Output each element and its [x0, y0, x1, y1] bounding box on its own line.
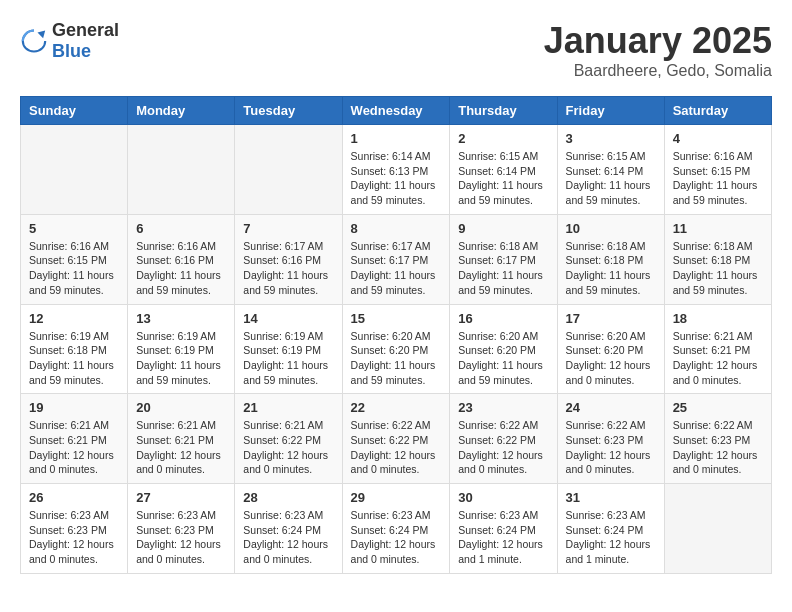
day-number: 8 [351, 221, 442, 236]
day-number: 3 [566, 131, 656, 146]
day-info: Sunrise: 6:23 AMSunset: 6:24 PMDaylight:… [243, 508, 333, 567]
calendar-cell: 31Sunrise: 6:23 AMSunset: 6:24 PMDayligh… [557, 484, 664, 574]
day-number: 13 [136, 311, 226, 326]
calendar-cell: 15Sunrise: 6:20 AMSunset: 6:20 PMDayligh… [342, 304, 450, 394]
calendar-cell: 12Sunrise: 6:19 AMSunset: 6:18 PMDayligh… [21, 304, 128, 394]
calendar-cell: 22Sunrise: 6:22 AMSunset: 6:22 PMDayligh… [342, 394, 450, 484]
calendar-cell: 26Sunrise: 6:23 AMSunset: 6:23 PMDayligh… [21, 484, 128, 574]
logo-blue: Blue [52, 41, 91, 61]
logo: General Blue [20, 20, 119, 62]
day-info: Sunrise: 6:23 AMSunset: 6:24 PMDaylight:… [458, 508, 548, 567]
day-info: Sunrise: 6:16 AMSunset: 6:15 PMDaylight:… [673, 149, 763, 208]
title-area: January 2025 Baardheere, Gedo, Somalia [544, 20, 772, 80]
day-number: 24 [566, 400, 656, 415]
day-info: Sunrise: 6:19 AMSunset: 6:19 PMDaylight:… [136, 329, 226, 388]
calendar-cell: 2Sunrise: 6:15 AMSunset: 6:14 PMDaylight… [450, 125, 557, 215]
week-row-2: 5Sunrise: 6:16 AMSunset: 6:15 PMDaylight… [21, 214, 772, 304]
day-info: Sunrise: 6:23 AMSunset: 6:23 PMDaylight:… [136, 508, 226, 567]
calendar-cell: 25Sunrise: 6:22 AMSunset: 6:23 PMDayligh… [664, 394, 771, 484]
calendar-cell: 24Sunrise: 6:22 AMSunset: 6:23 PMDayligh… [557, 394, 664, 484]
week-row-4: 19Sunrise: 6:21 AMSunset: 6:21 PMDayligh… [21, 394, 772, 484]
day-info: Sunrise: 6:22 AMSunset: 6:22 PMDaylight:… [458, 418, 548, 477]
day-number: 14 [243, 311, 333, 326]
day-header-friday: Friday [557, 97, 664, 125]
calendar-cell: 8Sunrise: 6:17 AMSunset: 6:17 PMDaylight… [342, 214, 450, 304]
week-row-5: 26Sunrise: 6:23 AMSunset: 6:23 PMDayligh… [21, 484, 772, 574]
day-info: Sunrise: 6:15 AMSunset: 6:14 PMDaylight:… [458, 149, 548, 208]
day-number: 15 [351, 311, 442, 326]
calendar-cell: 14Sunrise: 6:19 AMSunset: 6:19 PMDayligh… [235, 304, 342, 394]
day-info: Sunrise: 6:15 AMSunset: 6:14 PMDaylight:… [566, 149, 656, 208]
logo-general: General [52, 20, 119, 40]
calendar-cell: 18Sunrise: 6:21 AMSunset: 6:21 PMDayligh… [664, 304, 771, 394]
calendar-header-row: SundayMondayTuesdayWednesdayThursdayFrid… [21, 97, 772, 125]
calendar-cell [21, 125, 128, 215]
calendar-cell: 17Sunrise: 6:20 AMSunset: 6:20 PMDayligh… [557, 304, 664, 394]
day-info: Sunrise: 6:17 AMSunset: 6:17 PMDaylight:… [351, 239, 442, 298]
day-info: Sunrise: 6:23 AMSunset: 6:24 PMDaylight:… [351, 508, 442, 567]
day-info: Sunrise: 6:22 AMSunset: 6:22 PMDaylight:… [351, 418, 442, 477]
calendar-cell: 6Sunrise: 6:16 AMSunset: 6:16 PMDaylight… [128, 214, 235, 304]
week-row-3: 12Sunrise: 6:19 AMSunset: 6:18 PMDayligh… [21, 304, 772, 394]
calendar-cell: 13Sunrise: 6:19 AMSunset: 6:19 PMDayligh… [128, 304, 235, 394]
page-header: General Blue January 2025 Baardheere, Ge… [20, 20, 772, 80]
day-info: Sunrise: 6:20 AMSunset: 6:20 PMDaylight:… [458, 329, 548, 388]
week-row-1: 1Sunrise: 6:14 AMSunset: 6:13 PMDaylight… [21, 125, 772, 215]
day-number: 12 [29, 311, 119, 326]
day-number: 7 [243, 221, 333, 236]
day-info: Sunrise: 6:16 AMSunset: 6:16 PMDaylight:… [136, 239, 226, 298]
day-info: Sunrise: 6:19 AMSunset: 6:19 PMDaylight:… [243, 329, 333, 388]
month-title: January 2025 [544, 20, 772, 62]
day-header-monday: Monday [128, 97, 235, 125]
day-number: 19 [29, 400, 119, 415]
calendar-cell [235, 125, 342, 215]
day-number: 25 [673, 400, 763, 415]
day-number: 23 [458, 400, 548, 415]
day-number: 9 [458, 221, 548, 236]
calendar-cell: 23Sunrise: 6:22 AMSunset: 6:22 PMDayligh… [450, 394, 557, 484]
calendar-table: SundayMondayTuesdayWednesdayThursdayFrid… [20, 96, 772, 574]
day-number: 31 [566, 490, 656, 505]
calendar-cell: 4Sunrise: 6:16 AMSunset: 6:15 PMDaylight… [664, 125, 771, 215]
day-number: 11 [673, 221, 763, 236]
calendar-cell: 16Sunrise: 6:20 AMSunset: 6:20 PMDayligh… [450, 304, 557, 394]
day-number: 20 [136, 400, 226, 415]
calendar-cell [128, 125, 235, 215]
day-number: 16 [458, 311, 548, 326]
day-info: Sunrise: 6:22 AMSunset: 6:23 PMDaylight:… [566, 418, 656, 477]
day-info: Sunrise: 6:20 AMSunset: 6:20 PMDaylight:… [351, 329, 442, 388]
calendar-cell: 28Sunrise: 6:23 AMSunset: 6:24 PMDayligh… [235, 484, 342, 574]
day-info: Sunrise: 6:17 AMSunset: 6:16 PMDaylight:… [243, 239, 333, 298]
day-number: 17 [566, 311, 656, 326]
calendar-cell: 27Sunrise: 6:23 AMSunset: 6:23 PMDayligh… [128, 484, 235, 574]
day-info: Sunrise: 6:18 AMSunset: 6:18 PMDaylight:… [566, 239, 656, 298]
calendar-cell: 20Sunrise: 6:21 AMSunset: 6:21 PMDayligh… [128, 394, 235, 484]
day-number: 22 [351, 400, 442, 415]
day-header-saturday: Saturday [664, 97, 771, 125]
day-number: 10 [566, 221, 656, 236]
day-header-tuesday: Tuesday [235, 97, 342, 125]
calendar-cell: 1Sunrise: 6:14 AMSunset: 6:13 PMDaylight… [342, 125, 450, 215]
calendar-cell: 10Sunrise: 6:18 AMSunset: 6:18 PMDayligh… [557, 214, 664, 304]
day-number: 2 [458, 131, 548, 146]
calendar-cell: 11Sunrise: 6:18 AMSunset: 6:18 PMDayligh… [664, 214, 771, 304]
calendar-cell: 30Sunrise: 6:23 AMSunset: 6:24 PMDayligh… [450, 484, 557, 574]
day-info: Sunrise: 6:19 AMSunset: 6:18 PMDaylight:… [29, 329, 119, 388]
calendar-cell: 9Sunrise: 6:18 AMSunset: 6:17 PMDaylight… [450, 214, 557, 304]
location-title: Baardheere, Gedo, Somalia [544, 62, 772, 80]
day-info: Sunrise: 6:21 AMSunset: 6:21 PMDaylight:… [673, 329, 763, 388]
day-number: 27 [136, 490, 226, 505]
calendar-cell [664, 484, 771, 574]
day-info: Sunrise: 6:23 AMSunset: 6:24 PMDaylight:… [566, 508, 656, 567]
day-number: 5 [29, 221, 119, 236]
calendar-cell: 7Sunrise: 6:17 AMSunset: 6:16 PMDaylight… [235, 214, 342, 304]
logo-text: General Blue [52, 20, 119, 62]
day-number: 29 [351, 490, 442, 505]
day-info: Sunrise: 6:18 AMSunset: 6:18 PMDaylight:… [673, 239, 763, 298]
day-number: 6 [136, 221, 226, 236]
calendar-cell: 3Sunrise: 6:15 AMSunset: 6:14 PMDaylight… [557, 125, 664, 215]
day-info: Sunrise: 6:21 AMSunset: 6:21 PMDaylight:… [29, 418, 119, 477]
calendar-cell: 19Sunrise: 6:21 AMSunset: 6:21 PMDayligh… [21, 394, 128, 484]
day-number: 1 [351, 131, 442, 146]
day-header-sunday: Sunday [21, 97, 128, 125]
